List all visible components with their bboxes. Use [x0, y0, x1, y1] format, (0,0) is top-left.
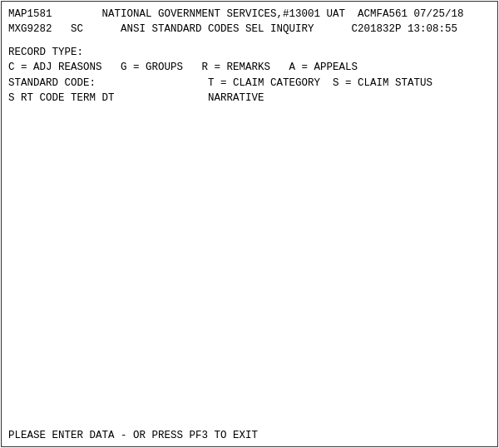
terminal-screen: MAP1581 NATIONAL GOVERNMENT SERVICES,#13… [1, 1, 498, 447]
header-line-1: MAP1581 NATIONAL GOVERNMENT SERVICES,#13… [8, 7, 491, 22]
spacer-1 [8, 37, 491, 45]
record-type-label: RECORD TYPE: [8, 45, 491, 60]
status-bar: PLEASE ENTER DATA - OR PRESS PF3 TO EXIT [8, 430, 258, 441]
standard-code-line: STANDARD CODE: T = CLAIM CATEGORY S = CL… [8, 76, 491, 91]
column-headers: S RT CODE TERM DT NARRATIVE [8, 91, 491, 106]
header-line-2: MXG9282 SC ANSI STANDARD CODES SEL INQUI… [8, 22, 491, 37]
record-type-options: C = ADJ REASONS G = GROUPS R = REMARKS A… [8, 60, 491, 75]
